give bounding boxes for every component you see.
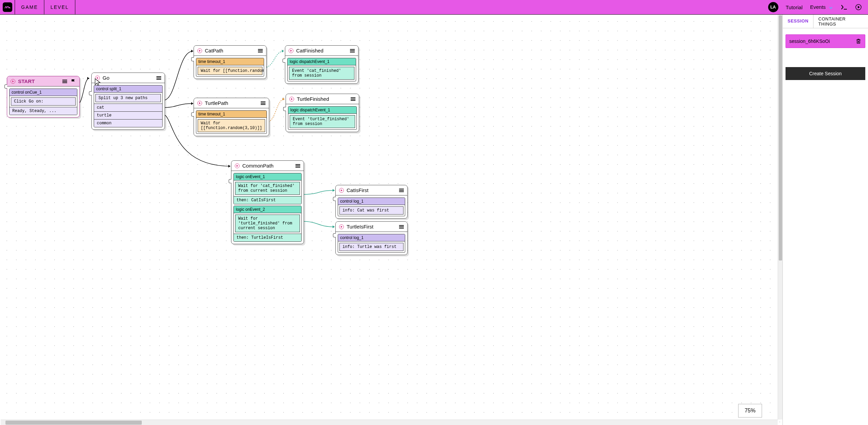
input-port[interactable] [333, 233, 336, 237]
node-commonpath[interactable]: CommonPath logic onEvent_1 Wait for 'cat… [231, 160, 304, 244]
session-id: session_6h6KSoOi [789, 38, 830, 44]
block-control-log[interactable]: control log_1 info: Cat was first [338, 198, 405, 216]
node-title: START [18, 78, 60, 84]
input-port[interactable] [283, 107, 286, 111]
node-title: TurtleIsFirst [347, 224, 396, 230]
block-control-split[interactable]: control split_1 Split up 3 new paths cat… [94, 85, 163, 127]
link-tutorial[interactable]: Tutorial [786, 4, 803, 10]
right-sidebar: SESSION CONTAINER THINGS session_6h6KSoO… [783, 15, 868, 425]
node-start[interactable]: START control onCue_1 Click Go on: Ready… [7, 76, 80, 117]
play-icon[interactable] [197, 48, 202, 53]
node-title: CatIsFirst [347, 187, 396, 193]
main-layout: START control onCue_1 Click Go on: Ready… [0, 15, 868, 425]
input-port[interactable] [283, 59, 285, 63]
node-title: TurtlePath [205, 100, 258, 106]
session-item[interactable]: session_6h6KSoOi [786, 34, 865, 48]
menu-icon[interactable] [261, 101, 265, 105]
trash-icon[interactable] [855, 38, 862, 44]
vertical-scrollbar[interactable] [778, 15, 782, 420]
canvas-area[interactable]: START control onCue_1 Click Go on: Ready… [0, 15, 783, 425]
node-catfinished[interactable]: CatFinished logic dispatchEvent_1 Event … [285, 45, 359, 84]
node-turtleisfirst[interactable]: TurtleIsFirst control log_1 info: Turtle… [335, 221, 408, 255]
input-port[interactable] [333, 197, 336, 201]
play-icon[interactable] [95, 76, 100, 80]
menu-icon[interactable] [399, 225, 404, 229]
block-logic-dispatch[interactable]: logic dispatchEvent_1 Event 'turtle_fini… [288, 106, 357, 130]
block-time-timeout[interactable]: time timeout_1 Wait for [[function.rando… [196, 58, 264, 77]
top-bar: GAME LEVEL LA Tutorial Events [0, 0, 868, 15]
play-icon[interactable] [339, 188, 344, 193]
play-icon[interactable] [197, 101, 202, 106]
menu-icon[interactable] [351, 97, 355, 101]
block-logic-onevent-1[interactable]: logic onEvent_1 Wait for 'cat_finished' … [233, 173, 302, 204]
node-title: CommonPath [242, 163, 293, 169]
app-logo[interactable] [0, 0, 15, 14]
block-time-timeout[interactable]: time timeout_1 Wait for [[function.rando… [196, 110, 267, 134]
menu-icon[interactable] [258, 49, 263, 52]
input-port[interactable] [191, 112, 194, 116]
input-port[interactable] [191, 57, 194, 61]
input-port[interactable] [89, 91, 92, 95]
user-badge[interactable]: LA [768, 2, 778, 12]
create-session-button[interactable]: Create Session [786, 67, 865, 80]
play-icon[interactable] [339, 224, 344, 229]
play-icon[interactable] [235, 163, 240, 168]
tab-session[interactable]: SESSION [783, 15, 813, 28]
block-logic-dispatch[interactable]: logic dispatchEvent_1 Event 'cat_finishe… [287, 58, 356, 81]
menu-icon[interactable] [350, 49, 355, 52]
block-control-oncue[interactable]: control onCue_1 Click Go on: Ready, Stea… [9, 89, 77, 115]
node-title: TurtleFinished [297, 96, 348, 102]
link-events[interactable]: Events [810, 4, 833, 10]
menu-icon[interactable] [295, 164, 300, 168]
input-port[interactable] [229, 179, 231, 183]
node-turtlefinished[interactable]: TurtleFinished logic dispatchEvent_1 Eve… [286, 94, 359, 132]
chevron-down-icon [828, 5, 833, 10]
node-go[interactable]: Go control split_1 Split up 3 new paths … [91, 73, 165, 130]
play-icon[interactable] [289, 97, 294, 101]
terminal-icon[interactable] [841, 4, 848, 11]
tab-container-things[interactable]: CONTAINER THINGS [813, 15, 868, 28]
zoom-indicator[interactable]: 75% [738, 404, 762, 418]
play-circle-icon[interactable] [855, 4, 862, 11]
node-title: CatPath [205, 48, 255, 53]
play-icon[interactable] [289, 48, 293, 53]
node-turtlepath[interactable]: TurtlePath time timeout_1 Wait for [[fun… [194, 98, 269, 136]
node-catpath[interactable]: CatPath time timeout_1 Wait for [[functi… [194, 45, 267, 79]
input-port[interactable] [4, 84, 7, 89]
horizontal-scrollbar[interactable] [1, 420, 778, 425]
tab-level[interactable]: LEVEL [44, 0, 75, 14]
menu-icon[interactable] [62, 80, 67, 83]
node-title: CatFinished [296, 48, 347, 53]
menu-icon[interactable] [399, 189, 404, 192]
tab-game[interactable]: GAME [15, 0, 44, 14]
block-logic-onevent-2[interactable]: logic onEvent_2 Wait for 'turtle_finishe… [233, 206, 302, 242]
flag-icon[interactable] [71, 79, 76, 84]
node-catisfirst[interactable]: CatIsFirst control log_1 info: Cat was f… [335, 185, 408, 219]
node-title: Go [103, 75, 154, 81]
menu-icon[interactable] [156, 76, 161, 80]
play-icon[interactable] [11, 79, 15, 84]
block-control-log[interactable]: control log_1 info: Turtle was first [338, 234, 405, 253]
